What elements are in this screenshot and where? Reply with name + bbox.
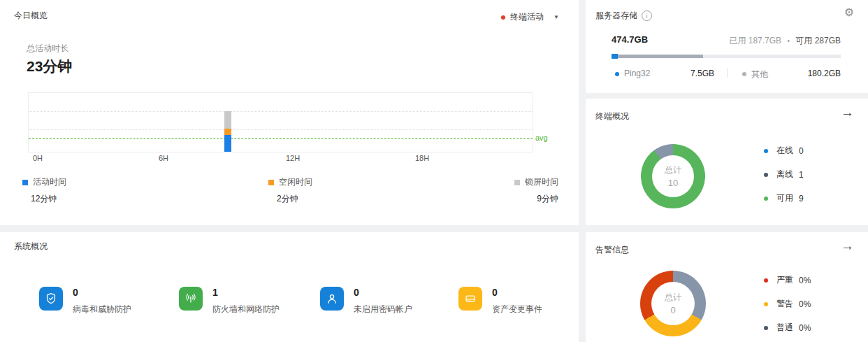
gridline [29, 111, 533, 112]
critical-dot-icon [764, 278, 768, 283]
storage-total-value: 474.7GB [612, 34, 648, 45]
legend-warning: 警告 0% [764, 298, 811, 310]
today-panel-title: 今日概览 [14, 10, 48, 22]
total-activity-label: 总活动时长 [27, 43, 68, 55]
other-value: 180.2GB [808, 69, 841, 78]
legend-offline: 离线 1 [764, 169, 804, 180]
x-axis-tick: 0H [33, 154, 43, 162]
free-value: 287GB [815, 36, 841, 45]
system-overview-panel: 系统概况 0 病毒和威胁防护 1 防火墙和网络防护 [0, 232, 579, 342]
donut-center-value: 10 [668, 178, 678, 188]
total-activity-value: 23分钟 [27, 57, 72, 76]
user-icon [320, 287, 344, 311]
ping32-usage-segment [612, 54, 618, 59]
legend-swatch-icon [268, 180, 274, 185]
legend-idle-time: 空闲时间 2分钟 [268, 176, 312, 205]
other-dot-icon [742, 72, 746, 76]
idle-time-bar-segment [224, 129, 231, 135]
series-dot-icon [501, 15, 505, 20]
avg-reference-line [29, 138, 533, 139]
info-icon[interactable]: i [642, 10, 652, 21]
legend-label: 锁屏时间 [525, 176, 558, 188]
terminal-donut-chart[interactable]: 总计 10 [641, 144, 705, 208]
alert-panel-title: 告警信息 [595, 244, 629, 256]
stat-virus-threat-protection[interactable]: 0 病毒和威胁防护 [39, 287, 131, 315]
terminal-activity-dropdown[interactable]: 终端活动 ▼ [501, 11, 559, 23]
server-storage-panel: 服务器存储 i ⚙ 474.7GB 已用 187.7GB • 可用 287GB … [586, 0, 868, 93]
x-axis-tick: 12H [286, 154, 300, 162]
stat-value: 1 [212, 287, 280, 297]
stat-label: 病毒和威胁防护 [73, 304, 131, 315]
stat-label: 防火墙和网络防护 [212, 304, 280, 315]
activity-bar-chart: avg [28, 92, 533, 152]
stat-value: 0 [73, 287, 131, 297]
donut-center-label: 总计 [665, 164, 681, 176]
legend-lock-time: 锁屏时间 9分钟 [514, 176, 558, 205]
legend-label: 严重 [776, 274, 793, 286]
legend-active-time: 活动时间 12分钟 [22, 176, 66, 205]
legend-label: 普通 [776, 322, 793, 334]
alert-info-panel: 告警信息 → 总计 0 严重 0% 警告 0% 普通 0% [586, 232, 868, 342]
legend-value: 0% [799, 299, 811, 309]
stat-value: 0 [354, 287, 412, 297]
used-label: 已用 [729, 36, 746, 45]
vertical-divider [727, 68, 728, 78]
stat-value: 0 [492, 287, 542, 297]
stacked-activity-bar[interactable] [224, 111, 231, 152]
x-axis-tick: 6H [159, 154, 168, 162]
legend-value: 2分钟 [268, 193, 312, 205]
legend-label: 空闲时间 [279, 176, 312, 188]
legend-critical: 严重 0% [764, 274, 811, 286]
terminal-overview-panel: 终端概况 → 总计 10 在线 0 离线 1 可用 9 [586, 99, 868, 225]
legend-label: 可用 [776, 192, 793, 204]
lock-time-bar-segment [224, 111, 231, 129]
storage-panel-title: 服务器存储 [595, 10, 637, 22]
arrow-right-icon[interactable]: → [841, 239, 854, 252]
other-label: 其他 [751, 69, 768, 80]
donut-center-value: 0 [670, 305, 675, 315]
legend-value: 0% [799, 276, 811, 285]
legend-value: 1 [799, 170, 804, 180]
warning-dot-icon [764, 302, 768, 306]
legend-value: 9分钟 [514, 193, 558, 205]
legend-available: 可用 9 [764, 192, 804, 204]
shield-check-icon [39, 287, 63, 311]
used-value: 187.7GB [748, 36, 781, 45]
stat-no-password-accounts[interactable]: 0 未启用密码帐户 [320, 287, 412, 315]
legend-swatch-icon [22, 180, 28, 185]
alert-donut-chart[interactable]: 总计 0 [640, 271, 706, 336]
legend-value: 12分钟 [22, 193, 66, 205]
donut-center: 总计 0 [651, 282, 695, 325]
other-usage-segment [618, 55, 703, 58]
legend-label: 活动时间 [33, 176, 66, 188]
gear-icon[interactable]: ⚙ [844, 7, 854, 18]
terminal-activity-dropdown-label: 终端活动 [510, 11, 544, 23]
broadcast-antenna-icon [179, 287, 203, 311]
legend-swatch-icon [514, 180, 520, 185]
stat-firewall-network-protection[interactable]: 1 防火墙和网络防护 [179, 287, 280, 315]
legend-value: 9 [799, 194, 804, 204]
stat-label: 资产变更事件 [492, 304, 542, 315]
ping32-dot-icon [615, 72, 619, 76]
ping32-value: 7.5GB [690, 69, 714, 78]
storage-used-free-summary: 已用 187.7GB • 可用 287GB [729, 35, 841, 47]
donut-center-label: 总计 [665, 292, 681, 304]
legend-online: 在线 0 [764, 145, 804, 157]
stat-label: 未启用密码帐户 [354, 304, 412, 315]
ping32-label: Ping32 [624, 69, 650, 78]
terminal-panel-title: 终端概况 [595, 111, 629, 122]
today-overview-panel: 今日概览 终端活动 ▼ 总活动时长 23分钟 avg 0H 6H 12H 18H… [0, 0, 579, 225]
stat-asset-change-events[interactable]: 0 资产变更事件 [458, 287, 542, 315]
legend-label: 警告 [776, 298, 793, 310]
free-label: 可用 [795, 36, 812, 45]
online-dot-icon [764, 149, 768, 153]
active-time-bar-segment [224, 135, 231, 152]
legend-value: 0 [799, 146, 804, 156]
offline-dot-icon [764, 173, 768, 177]
arrow-right-icon[interactable]: → [841, 106, 854, 119]
x-axis-tick: 18H [415, 154, 429, 162]
storage-usage-bar [612, 55, 841, 58]
donut-center: 总计 10 [652, 155, 694, 197]
legend-normal: 普通 0% [764, 322, 811, 334]
dot-separator-icon: • [787, 37, 790, 45]
